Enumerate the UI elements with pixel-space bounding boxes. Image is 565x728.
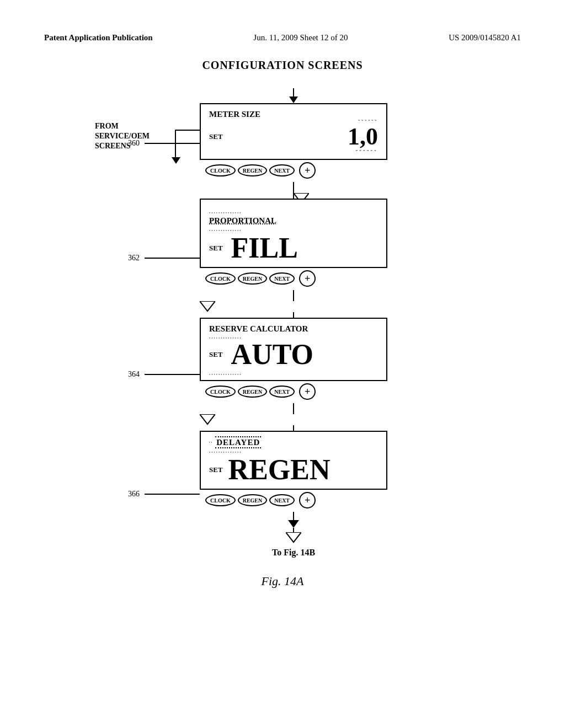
screen-box-362: ,,,,,,,,,,,,,, PROPORTIONAL ,,,,,,,,,,,,…: [200, 199, 387, 268]
plus-btn-362[interactable]: +: [299, 270, 316, 287]
clock-btn-362[interactable]: CLOCK: [205, 272, 236, 285]
final-arrow-outline: [286, 532, 301, 543]
diagram-area: CONFIGURATION SCREENS FROMSERVICE/OEMSCR…: [44, 59, 521, 558]
regen-btn-364[interactable]: REGEN: [238, 386, 268, 398]
set-label-362: SET: [209, 244, 223, 253]
header-right: US 2009/0145820 A1: [449, 33, 521, 42]
final-arrow-filled: [288, 520, 299, 528]
set-label-360: SET: [209, 132, 223, 141]
ref-362: 362: [128, 254, 140, 263]
patent-number: US 2009/0145820 A1: [449, 33, 521, 42]
next-btn-362[interactable]: NEXT: [269, 272, 295, 285]
conn-line-362: [293, 290, 294, 301]
clock-btn-366[interactable]: CLOCK: [205, 494, 236, 506]
conn-line-364: [293, 403, 294, 414]
regen-btn-360[interactable]: REGEN: [238, 164, 268, 176]
from-label: FROMSERVICE/OEMSCREENS: [95, 121, 150, 152]
from-arrow: [172, 157, 180, 164]
post-tri-364: [293, 425, 294, 431]
clock-btn-364[interactable]: CLOCK: [205, 386, 236, 398]
set-label-364: SET: [209, 350, 223, 359]
next-btn-364[interactable]: NEXT: [269, 386, 295, 398]
block-364: 364 RESERVE CALCULATOR ,,,,,,,,,,,,,, SE…: [200, 318, 387, 431]
final-line-top: [293, 512, 294, 520]
ref-360: 360: [128, 139, 140, 148]
fig-label: Fig. 14A: [44, 574, 521, 588]
patent-label: Patent Application Publication: [44, 33, 153, 42]
box-title-360: METER SIZE: [209, 110, 378, 119]
del-dots-top: '' DELAYED: [209, 437, 378, 447]
final-arrows: [200, 512, 387, 543]
res-dots-bot: ,,,,,,,,,,,,,,: [209, 370, 378, 376]
top-arrow-360: [289, 97, 298, 103]
triangle-362: [200, 301, 387, 312]
block-360: 360 METER SIZE SET ‶‶‶‶‶‶ 1: [200, 88, 387, 199]
svg-marker-3: [286, 532, 301, 542]
buttons-362: CLOCK REGEN NEXT +: [200, 270, 387, 287]
conn-line-360: [293, 182, 294, 193]
diagram-title: CONFIGURATION SCREENS: [202, 59, 363, 72]
ref-364: 364: [128, 370, 140, 379]
clock-btn-360[interactable]: CLOCK: [205, 164, 236, 176]
screen-box-366: '' DELAYED ,,,,,,,,,,,,,, SET REGEN: [200, 431, 387, 490]
prop-dots-bot: ,,,,,,,,,,,,,,: [209, 226, 378, 232]
plus-btn-366[interactable]: +: [299, 492, 316, 508]
value-362: FILL: [231, 234, 298, 263]
ref-line-364: [145, 374, 200, 375]
next-btn-360[interactable]: NEXT: [269, 164, 295, 176]
box-title-366: DELAYED: [215, 436, 261, 448]
del-dots-bot: ,,,,,,,,,,,,,,: [209, 448, 378, 453]
final-line-mid: [293, 528, 294, 532]
set-label-366: SET: [209, 465, 223, 474]
plus-btn-364[interactable]: +: [299, 383, 316, 400]
triangle-364: [200, 414, 387, 425]
ref-line-362: [145, 258, 200, 259]
page-header: Patent Application Publication Jun. 11, …: [44, 33, 521, 42]
value-360: 1,0: [348, 125, 378, 149]
post-tri-362: [293, 312, 294, 318]
header-center: Jun. 11, 2009 Sheet 12 of 20: [253, 33, 348, 42]
block-362: 362 ,,,,,,,,,,,,,, PROPORTIONAL ,,,,,,,,…: [200, 199, 387, 318]
plus-btn-360[interactable]: +: [299, 162, 316, 179]
screen-box-364: RESERVE CALCULATOR ,,,,,,,,,,,,,, SET AU…: [200, 318, 387, 381]
box-title-362: PROPORTIONAL: [209, 216, 378, 226]
box-title-364: RESERVE CALCULATOR: [209, 324, 378, 334]
regen-btn-366[interactable]: REGEN: [238, 494, 268, 506]
buttons-364: CLOCK REGEN NEXT +: [200, 383, 387, 400]
bot-dots-360: ″″″″″″: [356, 149, 379, 154]
buttons-366: CLOCK REGEN NEXT +: [200, 492, 387, 508]
next-btn-366[interactable]: NEXT: [269, 494, 295, 506]
header-left: Patent Application Publication: [44, 33, 153, 42]
svg-marker-1: [200, 301, 215, 311]
prop-dots-top: ,,,,,,,,,,,,,,: [209, 205, 378, 215]
svg-marker-2: [200, 414, 215, 424]
top-arrow-line-360: [293, 88, 294, 97]
ref-line-360: [145, 143, 200, 144]
value-364: AUTO: [231, 340, 313, 369]
to-fig-label: To Fig. 14B: [200, 548, 387, 558]
ref-line-366: [145, 494, 200, 495]
date-sheet: Jun. 11, 2009 Sheet 12 of 20: [253, 33, 348, 42]
ref-366: 366: [128, 490, 140, 499]
block-366: 366 '' DELAYED ,,,,,,,,,,,,,, SET REGEN: [200, 431, 387, 558]
buttons-360: CLOCK REGEN NEXT +: [200, 162, 387, 179]
screen-box-360: METER SIZE SET ‶‶‶‶‶‶ 1,0 ″″″″″″: [200, 103, 387, 160]
regen-btn-362[interactable]: REGEN: [238, 272, 268, 285]
value-366: REGEN: [228, 456, 331, 484]
